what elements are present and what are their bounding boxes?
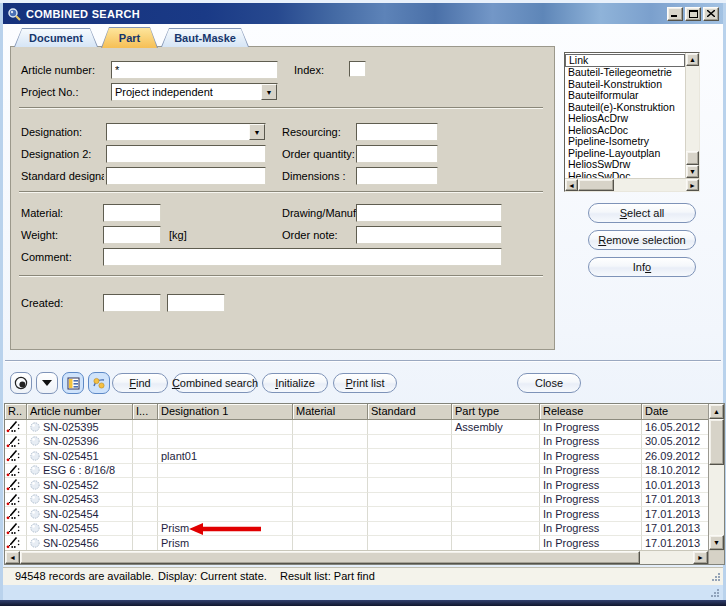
- scroll-left-icon[interactable]: ◄: [565, 179, 578, 191]
- close-window-button[interactable]: [703, 7, 719, 21]
- plot-icon: [5, 420, 27, 435]
- scroll-up-icon[interactable]: ▲: [686, 53, 699, 66]
- cell-designation1: [158, 478, 293, 493]
- order-note-field[interactable]: [356, 226, 502, 244]
- list-item[interactable]: HeliosAcDrw: [565, 113, 685, 125]
- listbox-vertical-scrollbar[interactable]: ▲ ▼: [685, 53, 699, 178]
- column-header-material[interactable]: Material: [293, 404, 368, 420]
- cell-release: In Progress: [540, 420, 642, 435]
- scroll-up-icon[interactable]: ▲: [709, 404, 724, 419]
- list-item[interactable]: Bauteil(e)-Konstruktion: [565, 102, 685, 114]
- index-field[interactable]: [349, 61, 366, 77]
- column-header-index[interactable]: I...: [133, 404, 158, 420]
- scroll-right-icon[interactable]: ►: [686, 179, 699, 191]
- scrollbar-thumb[interactable]: [578, 179, 614, 191]
- article-number-field[interactable]: [111, 61, 278, 79]
- cell-designation1: [158, 435, 293, 450]
- part-history-button[interactable]: [88, 372, 110, 394]
- maximize-button[interactable]: [685, 7, 701, 21]
- scrollbar-thumb[interactable]: [20, 551, 640, 564]
- designation2-label: Designation 2:: [21, 148, 91, 160]
- combined-search-button[interactable]: Combined search: [173, 373, 257, 393]
- material-field[interactable]: [103, 204, 161, 222]
- scrollbar-thumb[interactable]: [709, 419, 724, 465]
- order-quantity-field[interactable]: [356, 145, 438, 163]
- comment-field[interactable]: [103, 248, 502, 266]
- list-item[interactable]: Bauteilformular: [565, 90, 685, 102]
- column-header-designation1[interactable]: Designation 1: [158, 404, 293, 420]
- listbox-horizontal-scrollbar[interactable]: ◄ ►: [565, 178, 699, 191]
- tab-baut-maske-label: Baut-Maske: [161, 28, 249, 47]
- cell-material: [293, 536, 368, 550]
- list-item[interactable]: Pipeline-Layoutplan: [565, 148, 685, 160]
- select-all-button[interactable]: Select all: [588, 203, 696, 223]
- table-vertical-scrollbar[interactable]: ▲ ▼: [708, 404, 724, 564]
- list-item[interactable]: HeliosSwDoc: [565, 171, 685, 179]
- chevron-down-icon[interactable]: ▼: [249, 124, 265, 140]
- column-header-date[interactable]: Date: [642, 404, 708, 420]
- tab-baut-maske[interactable]: Baut-Maske: [161, 28, 249, 47]
- table-row[interactable]: SN-025396 In Progress 30.05.2012: [5, 435, 708, 450]
- resize-grip-icon[interactable]: [711, 572, 721, 582]
- search-ball-button[interactable]: [10, 372, 32, 394]
- created-field-1[interactable]: [103, 294, 161, 312]
- table-row[interactable]: SN-025395 Assembly In Progress 16.05.201…: [5, 420, 708, 435]
- result-list-text: Result list: Part find: [280, 570, 375, 582]
- column-header-standard[interactable]: Standard: [368, 404, 452, 420]
- table-row[interactable]: SN-025456 Prism In Progress 17.01.2013: [5, 536, 708, 550]
- cell-release: In Progress: [540, 493, 642, 508]
- cell-index: [133, 449, 158, 464]
- window-bottom-edge: [0, 600, 726, 606]
- designation2-field[interactable]: [106, 145, 266, 163]
- table-row[interactable]: SN-025452 In Progress 10.01.2013: [5, 478, 708, 493]
- scroll-right-icon[interactable]: ►: [693, 551, 708, 564]
- print-list-button[interactable]: Print list: [333, 373, 397, 393]
- list-item[interactable]: HeliosAcDoc: [565, 125, 685, 137]
- cell-date: 17.01.2013: [642, 493, 708, 508]
- table-row[interactable]: ESG 6 : 8/16/8 In Progress 18.10.2012: [5, 464, 708, 479]
- column-header-release[interactable]: Release: [540, 404, 642, 420]
- table-row[interactable]: SN-025451 plant01 In Progress 26.09.2012: [5, 449, 708, 464]
- drawing-manuf-field[interactable]: [356, 204, 502, 222]
- cell-date: 30.05.2012: [642, 435, 708, 450]
- find-button[interactable]: Find: [112, 373, 168, 393]
- weight-field[interactable]: [103, 226, 161, 244]
- window-title: COMBINED SEARCH: [26, 8, 667, 20]
- list-item[interactable]: Bauteil-Teilegeometrie: [565, 67, 685, 79]
- list-item[interactable]: HeliosSwDrw: [565, 159, 685, 171]
- column-header-r[interactable]: R..: [5, 404, 27, 420]
- dimensions-field[interactable]: [356, 167, 438, 185]
- initialize-button[interactable]: Initialize: [262, 373, 328, 393]
- project-no-select[interactable]: Project independent ▼: [111, 83, 278, 101]
- list-item-link[interactable]: Link: [565, 54, 685, 67]
- scroll-down-icon[interactable]: ▼: [686, 165, 699, 178]
- scroll-left-icon[interactable]: ◄: [5, 551, 20, 564]
- table-row-pointed[interactable]: SN-025455 Prism In Progress 17.01.2013: [5, 522, 708, 537]
- remove-selection-button[interactable]: Remove selection: [588, 230, 696, 250]
- list-item[interactable]: Bauteil-Konstruktion: [565, 79, 685, 91]
- standard-designation-field[interactable]: [106, 167, 266, 185]
- list-item[interactable]: Pipeline-Isometry: [565, 136, 685, 148]
- scroll-down-icon[interactable]: ▼: [709, 535, 724, 550]
- close-button[interactable]: Close: [517, 373, 581, 393]
- table-row[interactable]: SN-025453 In Progress 17.01.2013: [5, 493, 708, 508]
- info-button[interactable]: Info: [588, 257, 696, 277]
- table-horizontal-scrollbar[interactable]: ◄ ►: [5, 550, 708, 564]
- cell-material: [293, 507, 368, 522]
- resize-grip-icon[interactable]: [710, 588, 720, 598]
- table-row[interactable]: SN-025454 In Progress 17.01.2013: [5, 507, 708, 522]
- minimize-button[interactable]: [667, 7, 683, 21]
- resourcing-field[interactable]: [356, 123, 438, 141]
- column-header-part-type[interactable]: Part type: [452, 404, 540, 420]
- result-list-button[interactable]: [62, 372, 84, 394]
- cell-part-type: Assembly: [452, 420, 540, 435]
- dropdown-arrow-button[interactable]: [36, 372, 58, 394]
- designation-select[interactable]: ▼: [106, 123, 266, 141]
- scrollbar-thumb[interactable]: [686, 151, 699, 165]
- column-header-article-number[interactable]: Article number: [27, 404, 133, 420]
- tab-document[interactable]: Document: [14, 28, 98, 47]
- title-bar[interactable]: COMBINED SEARCH: [3, 3, 723, 24]
- tab-part[interactable]: Part: [101, 27, 158, 48]
- created-field-2[interactable]: [167, 294, 225, 312]
- chevron-down-icon[interactable]: ▼: [261, 84, 277, 100]
